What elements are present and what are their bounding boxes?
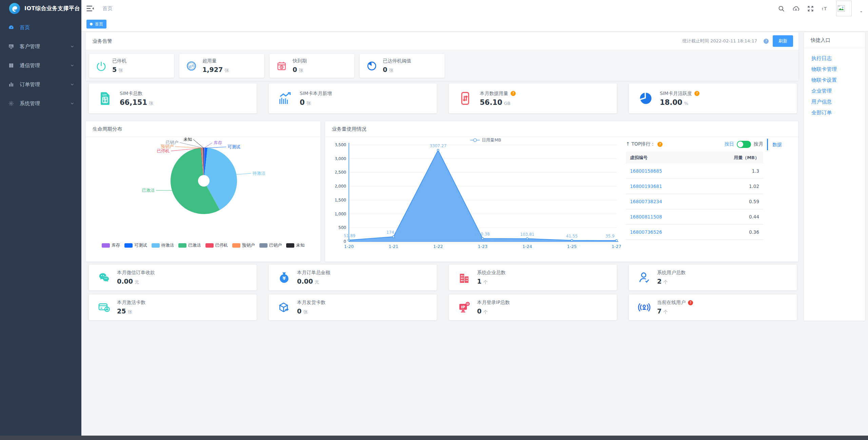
usage-value: 0.44 [701,209,763,225]
stat-title: 本月数据用量 [480,91,508,97]
image-placeholder-icon [837,4,845,13]
tab-data[interactable]: 数据 [767,139,782,150]
search-icon[interactable] [778,5,785,12]
stat-card: 已达停机阈值0张 [360,54,445,78]
legend-item[interactable]: 预销户 [232,243,255,248]
stat-title: 本月订单总金额 [297,270,330,276]
stat-unit: 张 [299,68,303,73]
col-virtual-number: 虚拟编号 [626,152,701,164]
help-icon[interactable]: ? [764,39,769,44]
main-content: 业务告警 统计截止时间 2022-02-11 18:14:17 ? 刷新 已停机… [81,31,868,440]
stat-cutoff-time: 统计截止时间 2022-02-11 18:14:17 [683,32,757,50]
top-ranking-title: ↑ TOP排行： ? [626,141,663,147]
cloud-download-icon[interactable] [792,5,800,12]
stat-card: SIM卡本月新增0张 [269,83,437,113]
virtual-number-link[interactable]: 16800811508 [626,209,701,225]
dashboard-screen: IOT综合业务支撑平台 首页客户管理通信管理订单管理系统管理 首页 tT 首页 [0,0,868,440]
table-row: 168007365260.36 [626,225,763,240]
virtual-number-link[interactable]: 16800736526 [626,225,701,240]
quick-link[interactable]: 物联卡管理 [811,64,865,75]
stat-card: 本月激活卡数25张 [89,294,257,320]
toggle-by-day-label[interactable]: 按日 [725,141,734,147]
virtual-number-link[interactable]: 16800738234 [626,194,701,209]
stat-value: 0.00 [117,278,133,285]
help-icon[interactable]: ? [688,300,693,305]
quick-link[interactable]: 物联卡设置 [811,75,865,85]
help-icon[interactable]: ? [694,91,699,96]
fullscreen-icon[interactable] [807,5,814,12]
svg-text:1-25: 1-25 [567,244,576,249]
legend-item[interactable]: 已停机 [205,243,228,248]
sidebar-item-4[interactable]: 系统管理 [0,94,81,113]
stat-unit: 张 [149,101,153,106]
avatar[interactable] [836,1,852,16]
virtual-number-link[interactable]: 16800158685 [626,164,701,179]
stat-unit: 个 [663,280,668,285]
stat-value: 0 [297,307,301,315]
svg-text:41.55: 41.55 [566,234,577,238]
breadcrumb[interactable]: 首页 [102,0,113,17]
legend-item[interactable]: 已销户 [259,243,282,248]
quick-link[interactable]: 企业管理 [811,85,865,96]
legend-item[interactable]: 已激活 [178,243,201,248]
panel-title: 快捷入口 [811,37,830,43]
navbar-icons: tT [778,0,863,17]
font-size-icon[interactable]: tT [822,5,829,12]
help-icon[interactable]: ? [511,91,516,96]
stat-value: 56.10 [480,98,502,107]
legend-item[interactable]: 可测试 [124,243,147,248]
ip-icon: IP [458,301,471,314]
stat-card: SIMSIM卡总数66,151张 [89,83,257,113]
sidebar-item-home[interactable]: 首页 [0,18,81,37]
usage-value: 1.3 [701,164,763,179]
stat-unit: 张 [224,68,229,73]
table-row: 168001586851.3 [626,164,763,179]
day-month-toggle[interactable] [737,141,751,148]
toggle-by-month-label[interactable]: 按月 [754,141,763,147]
stat-title: 本月激活卡数 [117,300,145,306]
legend-item[interactable]: 未知 [286,243,304,248]
legend-item[interactable]: 库存 [102,243,120,248]
sidebar-item-1[interactable]: 客户管理 [0,37,81,56]
svg-text:3307.27: 3307.27 [430,144,447,148]
stat-card: 系统用户总数2个 [629,265,797,290]
stat-unit: % [684,101,688,106]
stat-title: 本月发货卡数 [297,300,326,306]
quick-links: 执行日志物联卡管理物联卡设置企业管理用户信息全部订单 [804,48,865,118]
panel-title: 业务量使用情况 [332,126,367,132]
help-icon[interactable]: ? [657,142,663,147]
stat-unit: 个 [483,280,488,285]
table-row: 168001936811.02 [626,179,763,194]
dashboard-icon [8,24,14,31]
usage-panel: 业务量使用情况 05001,0001,5002,0002,5003,0003,5… [325,121,798,262]
stat-value: 25 [117,307,126,315]
stat-card: ¥本月订单总金额0.00元 [269,265,437,290]
chevron-down-icon[interactable] [859,9,863,13]
virtual-number-link[interactable]: 16800193681 [626,179,701,194]
legend-item[interactable]: 待激活 [152,243,174,248]
sidebar-item-2[interactable]: 通信管理 [0,56,81,75]
stat-title: 当前在线用户 [657,300,686,306]
svg-text:1-21: 1-21 [389,244,398,249]
quick-link[interactable]: 执行日志 [811,53,865,64]
stat-unit: 张 [127,309,132,314]
stat-value: 7 [657,307,662,315]
gear-icon [8,100,14,107]
svg-text:IP: IP [461,305,465,309]
sim-stat-row: SIMSIM卡总数66,151张SIM卡本月新增0张本月数据用量?56.10GB… [89,83,797,113]
col-usage: 用量（MB） [701,152,763,164]
bottom-stat-row-1: 本月微信订单收款0.00元¥本月订单总金额0.00元系统企业总数1个系统用户总数… [89,265,797,290]
top-ranking-header: ↑ TOP排行： ? 按日 按月 [626,138,763,150]
sidebar-item-3[interactable]: 订单管理 [0,75,81,94]
wechat-icon [98,271,111,284]
hamburger-icon[interactable] [85,4,95,13]
stat-unit: 元 [315,280,319,285]
data-usage-icon [458,91,473,106]
quick-link[interactable]: 用户信息 [811,96,865,107]
stat-title: 已停机 [112,58,126,64]
svg-text:SIM: SIM [102,94,106,96]
tag-home[interactable]: 首页 [86,20,106,28]
refresh-button[interactable]: 刷新 [773,35,793,47]
quick-link[interactable]: 全部订单 [811,107,865,118]
svg-text:已激活: 已激活 [142,188,155,193]
